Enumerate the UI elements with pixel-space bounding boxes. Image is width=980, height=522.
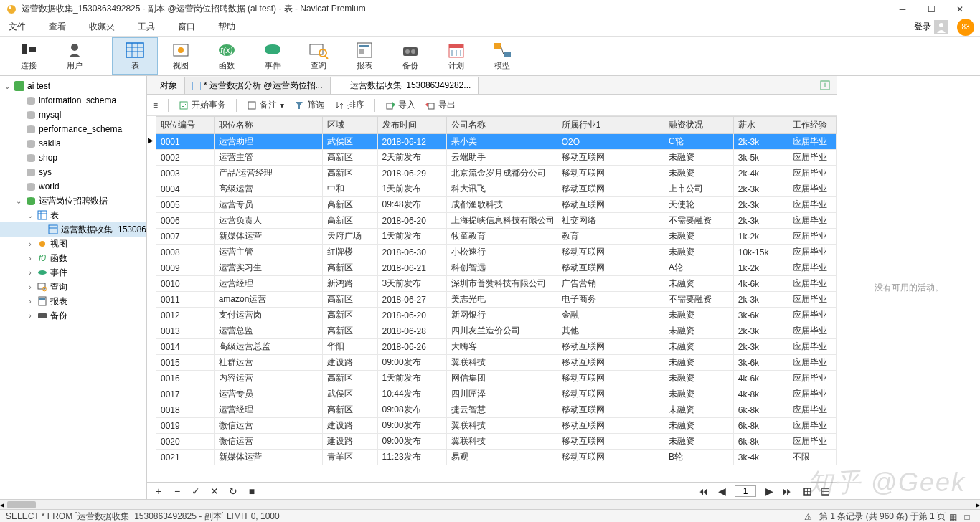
- btn-sort[interactable]: 排序: [334, 99, 364, 111]
- table-row[interactable]: 0006运营负责人高新区2018-06-20上海提峡信息科技有限公司社交网络不需…: [156, 213, 837, 229]
- horizontal-scrollbar[interactable]: ◂▸: [0, 499, 980, 509]
- table-row[interactable]: 0003产品/运营经理高新区2018-06-29北京流金岁月成都分公司移动互联网…: [156, 166, 837, 181]
- tree-db[interactable]: shop: [0, 151, 146, 165]
- tool-schedule[interactable]: 计划: [433, 37, 479, 75]
- connection-tree[interactable]: ⌄ai test information_schemamysqlperforma…: [0, 76, 147, 499]
- tool-connect[interactable]: 连接: [6, 37, 52, 75]
- nav-first[interactable]: ⏮: [697, 485, 709, 497]
- menu-window[interactable]: 窗口: [175, 19, 198, 34]
- menu-icon[interactable]: ≡: [153, 100, 158, 110]
- tree-table-item[interactable]: 运营数据收集_153086: [0, 222, 146, 237]
- user-avatar-icon[interactable]: [934, 20, 948, 34]
- notification-badge[interactable]: 83: [957, 19, 974, 36]
- menu-help[interactable]: 帮助: [215, 19, 238, 34]
- view-grid-icon[interactable]: ▦: [801, 485, 812, 497]
- nav-next[interactable]: ▶: [763, 485, 775, 497]
- tool-event[interactable]: 事件: [250, 37, 296, 75]
- maximize-button[interactable]: ☐: [917, 0, 946, 18]
- btn-refresh[interactable]: ↻: [227, 485, 239, 497]
- tree-db[interactable]: sakila: [0, 136, 146, 151]
- btn-apply[interactable]: ✓: [190, 485, 202, 497]
- menu-tools[interactable]: 工具: [135, 19, 158, 34]
- tree-queries[interactable]: ›查询: [0, 280, 146, 294]
- col-header[interactable]: 职位编号: [156, 117, 215, 134]
- btn-memo[interactable]: 备注 ▾: [247, 99, 284, 111]
- tree-db[interactable]: sys: [0, 165, 146, 179]
- form-mode-icon[interactable]: □: [960, 512, 974, 522]
- warning-icon[interactable]: ⚠: [804, 512, 812, 522]
- tree-functions[interactable]: ›f0函数: [0, 251, 146, 265]
- tree-views[interactable]: ›视图: [0, 237, 146, 251]
- table-row[interactable]: 0007新媒体运营天府广场1天前发布牧童教育教育未融资1k-2k应届毕业: [156, 229, 837, 245]
- table-row[interactable]: 0021新媒体运营青羊区11:23发布易观移动互联网B轮3k-4k不限: [156, 450, 837, 465]
- table-row[interactable]: 0020微信运营建设路09:00发布翼联科技移动互联网未融资6k-8k应届毕业: [156, 434, 837, 450]
- tree-db[interactable]: mysql: [0, 108, 146, 122]
- tool-view[interactable]: 视图: [158, 37, 204, 75]
- tree-events[interactable]: ›事件: [0, 265, 146, 280]
- table-row[interactable]: 0019微信运营建设路09:00发布翼联科技移动互联网未融资6k-8k应届毕业: [156, 418, 837, 434]
- col-header[interactable]: 职位名称: [214, 117, 322, 134]
- tool-report[interactable]: 报表: [341, 37, 387, 75]
- tool-user[interactable]: 用户: [52, 37, 98, 75]
- nav-prev[interactable]: ◀: [716, 485, 727, 497]
- tool-table[interactable]: 表: [112, 37, 158, 75]
- table-row[interactable]: 0013运营总监高新区2018-06-28四川友兰造价公司其他未融资2k-3k应…: [156, 323, 837, 339]
- tree-tables-group[interactable]: ⌄表: [0, 208, 146, 222]
- btn-filter[interactable]: 筛选: [294, 99, 324, 111]
- table-row[interactable]: 0018运营经理高新区09:08发布捷云智慧移动互联网未融资6k-8k应届毕业: [156, 402, 837, 418]
- table-row[interactable]: 0012支付运营岗高新区2018-06-20新网银行金融未融资3k-6k应届毕业: [156, 308, 837, 323]
- table-row[interactable]: 0011amazon运营高新区2018-06-27美志光电电子商务不需要融资2k…: [156, 292, 837, 308]
- col-header[interactable]: 发布时间: [377, 117, 447, 134]
- btn-import[interactable]: 导入: [385, 99, 415, 111]
- tree-db[interactable]: world: [0, 179, 146, 194]
- col-header[interactable]: 薪水: [733, 117, 788, 134]
- tool-function[interactable]: f(x)函数: [204, 37, 250, 75]
- tree-connection[interactable]: ⌄ai test: [0, 79, 146, 93]
- btn-stop[interactable]: ■: [246, 485, 258, 497]
- btn-delete-record[interactable]: −: [171, 485, 183, 497]
- grid-mode-icon[interactable]: ▦: [946, 512, 960, 522]
- minimize-button[interactable]: ─: [888, 0, 917, 18]
- table-row[interactable]: 0017运营专员武侯区10:44发布四川匠泽移动互联网未融资4k-8k应届毕业: [156, 386, 837, 402]
- tool-query[interactable]: 查询: [296, 37, 341, 75]
- data-grid[interactable]: 职位编号职位名称区域发布时间公司名称所属行业1融资状况薪水工作经验0001▶运营…: [147, 116, 837, 482]
- table-row[interactable]: 0010运营经理新鸿路3天前发布深圳市普赞科技有限公司广告营销未融资4k-6k应…: [156, 276, 837, 292]
- col-header[interactable]: 所属行业1: [557, 117, 664, 134]
- btn-export[interactable]: 导出: [425, 99, 456, 111]
- btn-transaction[interactable]: 开始事务: [179, 99, 226, 111]
- table-row[interactable]: 0016内容运营高新区1天前发布网信集团移动互联网未融资4k-6k应届毕业: [156, 371, 837, 386]
- table-row[interactable]: 0008运营主管红牌楼2018-06-30小松速行移动互联网未融资10k-15k…: [156, 245, 837, 260]
- col-header[interactable]: 工作经验: [788, 117, 837, 134]
- tree-backups[interactable]: ›备份: [0, 308, 146, 323]
- col-header[interactable]: 公司名称: [447, 117, 557, 134]
- close-button[interactable]: ✕: [946, 0, 974, 18]
- tab-add-icon[interactable]: +: [814, 77, 837, 94]
- view-form-icon[interactable]: ▤: [819, 485, 831, 497]
- tree-db-custom[interactable]: ⌄运营岗位招聘数据: [0, 194, 146, 208]
- nav-last[interactable]: ⏭: [782, 485, 793, 497]
- page-input[interactable]: [735, 485, 756, 497]
- table-row[interactable]: 0009运营实习生高新区2018-06-21科创智远移动互联网A轮1k-2k应届…: [156, 260, 837, 276]
- tool-backup[interactable]: 备份: [387, 37, 433, 75]
- col-header[interactable]: 区域: [322, 117, 377, 134]
- menu-view[interactable]: 查看: [46, 19, 69, 34]
- col-header[interactable]: 融资状况: [664, 117, 733, 134]
- table-row[interactable]: 0015社群运营建设路09:00发布翼联科技移动互联网未融资3k-6k应届毕业: [156, 355, 837, 371]
- menu-file[interactable]: 文件: [6, 19, 29, 34]
- tab-analysis[interactable]: * 运营数据分析 @运营岗位招...: [184, 77, 331, 94]
- btn-add-record[interactable]: +: [153, 485, 164, 497]
- tab-data[interactable]: 运营数据收集_153086349282...: [331, 77, 479, 94]
- tree-db[interactable]: information_schema: [0, 93, 146, 108]
- table-row[interactable]: 0004高级运营中和1天前发布科大讯飞移动互联网上市公司2k-3k应届毕业: [156, 181, 837, 197]
- table-row[interactable]: 0002运营主管高新区2天前发布云端助手移动互联网未融资3k-5k应届毕业: [156, 150, 837, 166]
- table-row[interactable]: 0005运营专员高新区09:48发布成都渔歌科技移动互联网天使轮2k-3k应届毕…: [156, 197, 837, 213]
- tree-db[interactable]: performance_schema: [0, 122, 146, 136]
- tool-model[interactable]: 模型: [479, 37, 525, 75]
- tab-objects[interactable]: 对象: [153, 77, 184, 94]
- table-row[interactable]: 0014高级运营总监华阳2018-06-26大嗨客移动互联网未融资2k-3k应届…: [156, 339, 837, 355]
- menu-favorites[interactable]: 收藏夹: [86, 19, 118, 34]
- tree-reports[interactable]: ›报表: [0, 294, 146, 308]
- btn-cancel[interactable]: ✕: [209, 485, 220, 497]
- table-row[interactable]: 0001▶运营助理武侯区2018-06-12果小美O2OC轮2k-3k应届毕业: [156, 134, 837, 150]
- login-link[interactable]: 登录: [914, 21, 931, 33]
